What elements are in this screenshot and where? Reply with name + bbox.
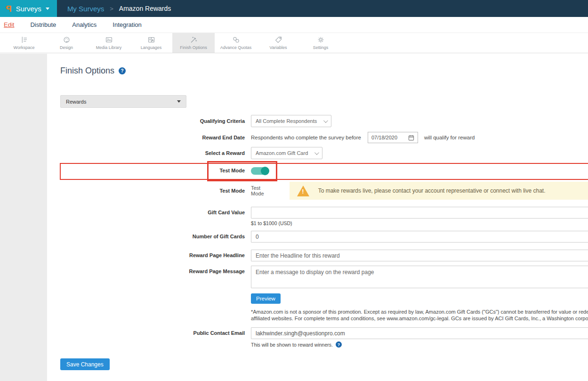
public-contact-email-label: Public Contact Email xyxy=(60,327,245,339)
toolbar-item-media-library[interactable]: Media Library xyxy=(88,33,130,53)
breadcrumb-my-surveys[interactable]: My Surveys xyxy=(67,5,104,13)
toolbar-label: Finish Options xyxy=(180,45,207,50)
chevron-down-icon xyxy=(46,8,49,10)
rewards-form: Qualifying Criteria All Complete Respond… xyxy=(60,115,588,370)
page-title: Finish Options xyxy=(60,66,114,76)
breadcrumb-current-survey: Amazon Rewards xyxy=(119,5,171,12)
toolbar-label: Variables xyxy=(270,45,287,50)
toolbar-label: Media Library xyxy=(96,45,122,50)
toolbar-label: Languages xyxy=(141,45,162,50)
toolbar-item-design[interactable]: Design xyxy=(45,33,88,53)
number-of-gift-cards-label: Number of Gift Cards xyxy=(60,231,245,243)
reward-page-headline-input[interactable] xyxy=(251,250,588,261)
qualifying-criteria-select[interactable]: All Complete Respondents xyxy=(251,115,331,127)
workspace-icon xyxy=(20,36,28,44)
tab-analytics[interactable]: Analytics xyxy=(72,21,97,28)
toolbar-label: Design xyxy=(60,45,73,50)
surveys-menu-label: Surveys xyxy=(16,5,41,13)
tab-integration[interactable]: Integration xyxy=(113,21,141,28)
test-mode-toggle-label: Test Mode xyxy=(60,167,245,175)
reward-end-date-prefix: Respondents who complete the survey befo… xyxy=(251,132,361,143)
preview-button[interactable]: Preview xyxy=(251,293,281,304)
media-library-icon xyxy=(105,36,113,44)
linked-circles-icon xyxy=(232,36,240,44)
select-reward-value: Amazon.com Gift Card xyxy=(256,150,308,156)
gift-card-value-label: Gift Card Value xyxy=(60,207,245,219)
warning-text: To make rewards live, please contact you… xyxy=(318,187,546,194)
toolbar-label: Workspace xyxy=(14,45,35,50)
select-reward-label: Select a Reward xyxy=(60,147,245,159)
public-contact-email-input[interactable] xyxy=(251,327,588,339)
magic-wand-icon xyxy=(190,36,198,44)
reward-end-date-label: Reward End Date xyxy=(60,132,245,143)
finish-option-type-dropdown[interactable]: Rewards xyxy=(60,95,186,108)
edit-toolbar: Workspace Design Media Library Languages… xyxy=(0,32,588,53)
toolbar-item-settings[interactable]: Settings xyxy=(299,33,342,53)
reward-page-headline-label: Reward Page Headline xyxy=(60,250,245,261)
gift-card-value-helper: $1 to $1000 (USD) xyxy=(251,220,292,226)
disclaimer-line-2: affiliated websites. For complete terms … xyxy=(251,316,588,322)
disclaimer-line-1: *Amazon.com is not a sponsor of this pro… xyxy=(251,309,588,316)
gear-icon xyxy=(317,36,325,44)
finish-option-type-value: Rewards xyxy=(66,99,86,105)
amazon-disclaimer: *Amazon.com is not a sponsor of this pro… xyxy=(251,309,588,322)
design-palette-icon xyxy=(63,36,71,44)
finish-options-panel: Finish Options Rewards Qualifying Criter… xyxy=(47,54,588,381)
toolbar-item-finish-options[interactable]: Finish Options xyxy=(172,33,215,53)
chevron-down-icon xyxy=(314,150,319,155)
tab-edit[interactable]: Edit xyxy=(4,21,14,28)
save-changes-button[interactable]: Save Changes xyxy=(60,358,110,370)
topbar: P Surveys My Surveys > Amazon Rewards xyxy=(0,0,588,17)
test-mode-status-value: Test Mode xyxy=(251,185,274,196)
reward-end-date-suffix: will qualify for reward xyxy=(424,132,475,143)
qualifying-criteria-label: Qualifying Criteria xyxy=(60,115,245,127)
gift-card-value-input[interactable] xyxy=(251,207,588,219)
tab-distribute[interactable]: Distribute xyxy=(30,21,56,28)
reward-page-message-textarea[interactable] xyxy=(251,266,588,288)
test-mode-warning-banner: To make rewards live, please contact you… xyxy=(290,182,588,200)
toolbar-label: Settings xyxy=(313,45,329,50)
breadcrumb: My Surveys > Amazon Rewards xyxy=(67,5,171,13)
test-mode-status-label: Test Mode xyxy=(60,182,245,200)
public-contact-email-helper: This will be shown to reward winners. xyxy=(251,342,333,348)
primary-nav-tabs: Edit Distribute Analytics Integration xyxy=(0,17,588,32)
warning-icon xyxy=(297,186,309,196)
qualifying-criteria-value: All Complete Respondents xyxy=(256,118,317,124)
test-mode-toggle[interactable] xyxy=(251,167,269,175)
tag-icon xyxy=(274,36,282,44)
toolbar-item-variables[interactable]: Variables xyxy=(257,33,299,53)
help-icon[interactable] xyxy=(119,67,126,74)
reward-end-date-value: 07/18/2020 xyxy=(371,135,397,140)
number-of-gift-cards-input[interactable] xyxy=(251,231,588,243)
breadcrumb-separator: > xyxy=(110,5,113,12)
languages-icon xyxy=(147,36,155,44)
left-gutter xyxy=(0,54,47,381)
help-icon[interactable] xyxy=(336,341,342,348)
questionpro-logo-icon: P xyxy=(6,4,12,13)
reward-page-message-label: Reward Page Message xyxy=(60,266,245,277)
select-reward-select[interactable]: Amazon.com Gift Card xyxy=(251,147,322,159)
calendar-icon xyxy=(408,135,414,141)
chevron-down-icon xyxy=(177,100,181,103)
surveys-menu-button[interactable]: P Surveys xyxy=(0,0,57,17)
toolbar-item-workspace[interactable]: Workspace xyxy=(3,33,45,53)
toolbar-label: Advance Quotas xyxy=(220,45,252,50)
reward-end-date-input[interactable]: 07/18/2020 xyxy=(368,132,418,143)
chevron-down-icon xyxy=(323,118,328,123)
toolbar-item-advance-quotas[interactable]: Advance Quotas xyxy=(215,33,257,53)
toolbar-item-languages[interactable]: Languages xyxy=(130,33,172,53)
